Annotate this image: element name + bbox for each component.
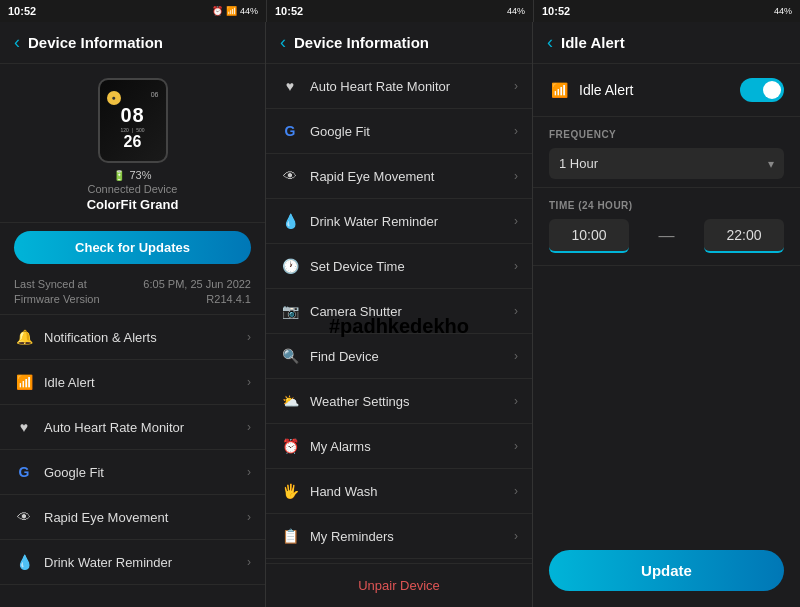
p2-heart-icon: ♥ (280, 76, 300, 96)
p2-chevron-heart: › (514, 79, 518, 93)
menu-item-notifications[interactable]: 🔔 Notification & Alerts › (0, 315, 265, 360)
check-updates-button[interactable]: Check for Updates (14, 231, 251, 264)
sync-info: Last Synced at 6:05 PM, 25 Jun 2022 Firm… (0, 272, 265, 315)
menu-label-gfit: Google Fit (44, 465, 104, 480)
p2-chevron-camera: › (514, 304, 518, 318)
rem-icon: 👁 (14, 507, 34, 527)
p2-menu-water[interactable]: 💧 Drink Water Reminder › (266, 199, 532, 244)
status-panel-2: 10:52 44% (267, 0, 534, 22)
panel3-back-arrow[interactable]: ‹ (547, 32, 553, 53)
time-start[interactable]: 10:00 (549, 219, 629, 253)
update-btn-container: Update (533, 534, 800, 607)
p2-water-icon: 💧 (280, 211, 300, 231)
menu-label-rem: Rapid Eye Movement (44, 510, 168, 525)
device-name: ColorFit Grand (87, 197, 179, 212)
menu-label-notifications: Notification & Alerts (44, 330, 157, 345)
p2-chevron-weather: › (514, 394, 518, 408)
p2-label-handwash: Hand Wash (310, 484, 377, 499)
sync-row: Last Synced at 6:05 PM, 25 Jun 2022 (14, 278, 251, 290)
idle-alert-card-icon: 📶 (549, 80, 569, 100)
menu-item-gfit[interactable]: G Google Fit › (0, 450, 265, 495)
p2-menu-item-left-reminders: 📋 My Reminders (280, 526, 394, 546)
time-dash: — (659, 227, 675, 245)
menu-item-left-idle: 📶 Idle Alert (14, 372, 95, 392)
panel2-title: Device Information (294, 34, 429, 51)
menu-label-idle-alert: Idle Alert (44, 375, 95, 390)
p2-menu-item-left-find: 🔍 Find Device (280, 346, 379, 366)
idle-alert-toggle[interactable] (740, 78, 784, 102)
panel2-back-arrow[interactable]: ‹ (280, 32, 286, 53)
p2-menu-item-left-gfit: G Google Fit (280, 121, 370, 141)
p2-chevron-rem: › (514, 169, 518, 183)
p2-menu-reminders[interactable]: 📋 My Reminders › (266, 514, 532, 559)
p2-alarms-icon: ⏰ (280, 436, 300, 456)
p2-chevron-reminders: › (514, 529, 518, 543)
p2-label-water: Drink Water Reminder (310, 214, 438, 229)
frequency-section: FREQUENCY 1 Hour ▾ (533, 117, 800, 188)
idle-alert-label: Idle Alert (579, 82, 633, 98)
p2-menu-gfit[interactable]: G Google Fit › (266, 109, 532, 154)
alarm-icon: ⏰ (212, 6, 223, 16)
time-end[interactable]: 22:00 (704, 219, 784, 253)
p2-find-icon: 🔍 (280, 346, 300, 366)
p2-menu-rem[interactable]: 👁 Rapid Eye Movement › (266, 154, 532, 199)
panel-device-info: ‹ Device Information ● 06 08 120|500 26 (0, 22, 266, 607)
p2-menu-heart[interactable]: ♥ Auto Heart Rate Monitor › (266, 64, 532, 109)
chevron-right-icon: › (247, 330, 251, 344)
chevron-right-gfit: › (247, 465, 251, 479)
watch-big-num: 26 (124, 133, 142, 151)
p2-handwash-icon: 🖐 (280, 481, 300, 501)
menu-item-rem[interactable]: 👁 Rapid Eye Movement › (0, 495, 265, 540)
p2-label-camera: Camera Shutter (310, 304, 402, 319)
device-card: ● 06 08 120|500 26 🔋 73% Connected Devic… (0, 64, 265, 223)
p2-label-rem: Rapid Eye Movement (310, 169, 434, 184)
status-icons-2: 44% (507, 6, 525, 16)
panel1-header: ‹ Device Information (0, 22, 265, 64)
unpair-button[interactable]: Unpair Device (266, 563, 532, 607)
p2-menu-camera[interactable]: 📷 Camera Shutter › (266, 289, 532, 334)
idle-alert-header: ‹ Idle Alert (533, 22, 800, 64)
p2-menu-alarms[interactable]: ⏰ My Alarms › (266, 424, 532, 469)
sync-value: 6:05 PM, 25 Jun 2022 (143, 278, 251, 290)
p2-menu-weather[interactable]: ⛅ Weather Settings › (266, 379, 532, 424)
p2-menu-item-left-water: 💧 Drink Water Reminder (280, 211, 438, 231)
p2-menu-item-left-alarms: ⏰ My Alarms (280, 436, 371, 456)
menu-label-heart: Auto Heart Rate Monitor (44, 420, 184, 435)
watch-circle-icon: ● (107, 91, 121, 105)
p2-gfit-icon: G (280, 121, 300, 141)
menu-item-heart[interactable]: ♥ Auto Heart Rate Monitor › (0, 405, 265, 450)
p2-chevron-alarms: › (514, 439, 518, 453)
menu-item-water[interactable]: 💧 Drink Water Reminder › (0, 540, 265, 585)
update-button[interactable]: Update (549, 550, 784, 591)
wifi-icon: 📶 (226, 6, 237, 16)
p2-menu-item-left-weather: ⛅ Weather Settings (280, 391, 409, 411)
fw-value: R214.4.1 (206, 293, 251, 305)
p2-menu-time[interactable]: 🕐 Set Device Time › (266, 244, 532, 289)
panel-idle-alert: ‹ Idle Alert 📶 Idle Alert FREQUENCY 1 Ho… (533, 22, 800, 607)
p2-reminders-icon: 📋 (280, 526, 300, 546)
panel2-header: ‹ Device Information (266, 22, 532, 64)
fw-row: Firmware Version R214.4.1 (14, 293, 251, 305)
p2-time-icon: 🕐 (280, 256, 300, 276)
watch-image: ● 06 08 120|500 26 (98, 78, 168, 163)
p2-chevron-handwash: › (514, 484, 518, 498)
status-bar: 10:52 ⏰ 📶 44% 10:52 44% 10:52 44% (0, 0, 800, 22)
notification-icon: 🔔 (14, 327, 34, 347)
menu-item-idle-alert[interactable]: 📶 Idle Alert › (0, 360, 265, 405)
frequency-select[interactable]: 1 Hour ▾ (549, 148, 784, 179)
p2-label-heart: Auto Heart Rate Monitor (310, 79, 450, 94)
google-fit-icon: G (14, 462, 34, 482)
panel1-back-arrow[interactable]: ‹ (14, 32, 20, 53)
status-icons-1: ⏰ 📶 44% (212, 6, 258, 16)
panel1-title: Device Information (28, 34, 163, 51)
idle-alert-icon: 📶 (14, 372, 34, 392)
p2-label-gfit: Google Fit (310, 124, 370, 139)
main-panels: ‹ Device Information ● 06 08 120|500 26 (0, 22, 800, 607)
frequency-value: 1 Hour (559, 156, 598, 171)
p2-menu-find[interactable]: 🔍 Find Device › (266, 334, 532, 379)
p2-label-reminders: My Reminders (310, 529, 394, 544)
status-time-2: 10:52 (275, 5, 303, 17)
p2-menu-handwash[interactable]: 🖐 Hand Wash › (266, 469, 532, 514)
time-row: 10:00 — 22:00 (549, 219, 784, 253)
status-time-3: 10:52 (542, 5, 570, 17)
